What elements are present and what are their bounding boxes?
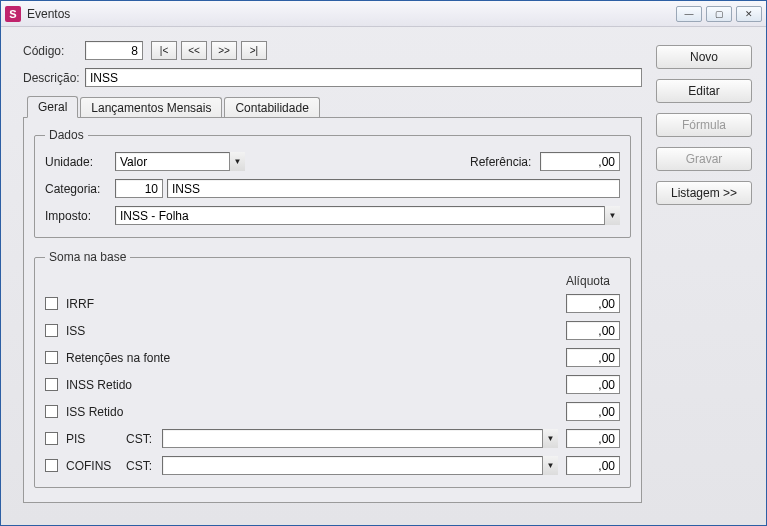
label-pis: PIS	[66, 432, 126, 446]
aliq-pis[interactable]	[566, 429, 620, 448]
close-button[interactable]: ✕	[736, 6, 762, 22]
imposto-value[interactable]	[115, 206, 620, 225]
app-icon: S	[5, 6, 21, 22]
group-dados-legend: Dados	[45, 128, 88, 142]
right-buttons: Novo Editar Fórmula Gravar Listagem >>	[656, 41, 752, 511]
client-area: Código: |< << >> >| Descrição: Geral Lan…	[1, 27, 766, 525]
aliquota-header: Alíquota	[45, 274, 620, 288]
tab-contabilidade[interactable]: Contabilidade	[224, 97, 319, 118]
label-iss: ISS	[66, 324, 186, 338]
group-soma: Soma na base Alíquota IRRF ISS	[34, 250, 631, 488]
unidade-label: Unidade:	[45, 155, 115, 169]
record-nav: |< << >> >|	[151, 41, 267, 60]
codigo-row: Código: |< << >> >|	[23, 41, 642, 60]
soma-row-retencoes: Retenções na fonte	[45, 348, 620, 367]
unidade-value[interactable]	[115, 152, 245, 171]
titlebar: S Eventos — ▢ ✕	[1, 1, 766, 27]
soma-row-irrf: IRRF	[45, 294, 620, 313]
aliq-iss[interactable]	[566, 321, 620, 340]
soma-row-iss-retido: ISS Retido	[45, 402, 620, 421]
group-soma-legend: Soma na base	[45, 250, 130, 264]
nav-last-button[interactable]: >|	[241, 41, 267, 60]
gravar-button[interactable]: Gravar	[656, 147, 752, 171]
checkbox-cofins[interactable]	[45, 459, 58, 472]
chevron-down-icon: ▼	[604, 206, 620, 225]
label-irrf: IRRF	[66, 297, 186, 311]
group-dados: Dados Unidade: ▼ Referência: Categoria:	[34, 128, 631, 238]
listagem-button[interactable]: Listagem >>	[656, 181, 752, 205]
main-column: Código: |< << >> >| Descrição: Geral Lan…	[23, 41, 642, 511]
checkbox-pis[interactable]	[45, 432, 58, 445]
soma-row-iss: ISS	[45, 321, 620, 340]
maximize-button[interactable]: ▢	[706, 6, 732, 22]
label-inss-retido: INSS Retido	[66, 378, 186, 392]
window-buttons: — ▢ ✕	[676, 6, 762, 22]
referencia-label: Referência:	[470, 155, 540, 169]
label-retencoes: Retenções na fonte	[66, 351, 186, 365]
cst-cofins-value[interactable]	[162, 456, 558, 475]
tab-page-geral: Dados Unidade: ▼ Referência: Categoria:	[23, 117, 642, 503]
cst-label-pis: CST:	[126, 432, 162, 446]
codigo-input[interactable]	[85, 41, 143, 60]
descricao-label: Descrição:	[23, 71, 85, 85]
checkbox-iss[interactable]	[45, 324, 58, 337]
soma-row-inss-retido: INSS Retido	[45, 375, 620, 394]
label-cofins: COFINS	[66, 459, 126, 473]
soma-row-pis: PIS CST: ▼	[45, 429, 620, 448]
tab-geral[interactable]: Geral	[27, 96, 78, 118]
aliq-irrf[interactable]	[566, 294, 620, 313]
referencia-input[interactable]	[540, 152, 620, 171]
aliq-retencoes[interactable]	[566, 348, 620, 367]
tabs: Geral Lançamentos Mensais Contabilidade	[23, 95, 642, 117]
checkbox-inss-retido[interactable]	[45, 378, 58, 391]
aliq-inss-retido[interactable]	[566, 375, 620, 394]
categoria-num-input[interactable]	[115, 179, 163, 198]
unidade-select[interactable]: ▼	[115, 152, 245, 171]
checkbox-iss-retido[interactable]	[45, 405, 58, 418]
aliq-iss-retido[interactable]	[566, 402, 620, 421]
cst-cofins-select[interactable]: ▼	[162, 456, 558, 475]
cst-label-cofins: CST:	[126, 459, 162, 473]
chevron-down-icon: ▼	[542, 456, 558, 475]
novo-button[interactable]: Novo	[656, 45, 752, 69]
cst-pis-select[interactable]: ▼	[162, 429, 558, 448]
descricao-row: Descrição:	[23, 68, 642, 87]
cst-pis-value[interactable]	[162, 429, 558, 448]
categoria-label: Categoria:	[45, 182, 115, 196]
tab-lancamentos[interactable]: Lançamentos Mensais	[80, 97, 222, 118]
editar-button[interactable]: Editar	[656, 79, 752, 103]
imposto-label: Imposto:	[45, 209, 115, 223]
nav-next-button[interactable]: >>	[211, 41, 237, 60]
window: S Eventos — ▢ ✕ Código: |< << >> >| Desc…	[0, 0, 767, 526]
checkbox-irrf[interactable]	[45, 297, 58, 310]
label-iss-retido: ISS Retido	[66, 405, 186, 419]
nav-first-button[interactable]: |<	[151, 41, 177, 60]
nav-prev-button[interactable]: <<	[181, 41, 207, 60]
descricao-input[interactable]	[85, 68, 642, 87]
window-title: Eventos	[27, 7, 676, 21]
categoria-nome-input[interactable]	[167, 179, 620, 198]
minimize-button[interactable]: —	[676, 6, 702, 22]
formula-button[interactable]: Fórmula	[656, 113, 752, 137]
checkbox-retencoes[interactable]	[45, 351, 58, 364]
codigo-label: Código:	[23, 44, 85, 58]
aliq-cofins[interactable]	[566, 456, 620, 475]
chevron-down-icon: ▼	[542, 429, 558, 448]
chevron-down-icon: ▼	[229, 152, 245, 171]
soma-row-cofins: COFINS CST: ▼	[45, 456, 620, 475]
imposto-select[interactable]: ▼	[115, 206, 620, 225]
